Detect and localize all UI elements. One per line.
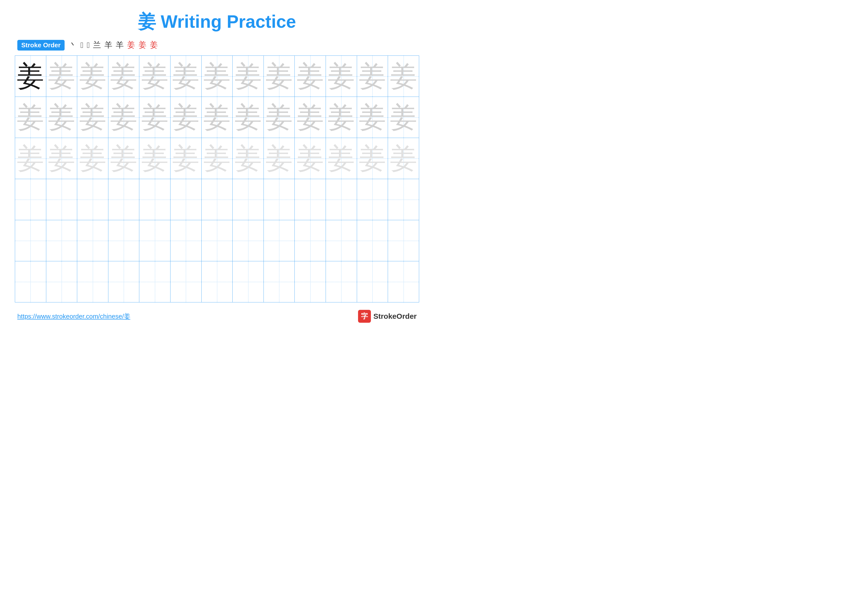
grid-cell-1-6[interactable]: 姜 [170,56,202,96]
grid-cell-2-12[interactable]: 姜 [357,97,388,138]
char-display: 姜 [390,63,417,90]
grid-cell-5-11[interactable] [326,220,357,261]
grid-cell-5-3[interactable] [77,220,108,261]
grid-cell-1-2[interactable]: 姜 [46,56,78,96]
grid-cell-4-6[interactable] [170,179,202,220]
grid-cell-4-12[interactable] [357,179,388,220]
grid-cell-1-11[interactable]: 姜 [326,56,357,96]
grid-cell-6-7[interactable] [202,261,233,302]
grid-cell-6-2[interactable] [46,261,78,302]
grid-cell-1-1[interactable]: 姜 [15,56,46,96]
footer-logo: 字 StrokeOrder [358,310,417,323]
grid-cell-4-10[interactable] [295,179,326,220]
grid-cell-4-1[interactable] [15,179,46,220]
grid-cell-4-5[interactable] [139,179,170,220]
grid-cell-6-13[interactable] [388,261,419,302]
grid-cell-5-5[interactable] [139,220,170,261]
grid-cell-3-1[interactable]: 姜 [15,138,46,179]
grid-cell-6-6[interactable] [170,261,202,302]
char-display: 姜 [359,145,386,172]
grid-cell-3-6[interactable]: 姜 [170,138,202,179]
grid-cell-6-8[interactable] [232,261,264,302]
stroke-step-9: 姜 [150,40,158,51]
grid-cell-5-2[interactable] [46,220,78,261]
char-display: 姜 [234,145,262,172]
grid-cell-2-5[interactable]: 姜 [139,97,170,138]
grid-cell-4-9[interactable] [264,179,295,220]
grid-cell-3-12[interactable]: 姜 [357,138,388,179]
grid-cell-3-13[interactable]: 姜 [388,138,419,179]
grid-cell-4-13[interactable] [388,179,419,220]
grid-cell-2-10[interactable]: 姜 [295,97,326,138]
grid-cell-2-6[interactable]: 姜 [170,97,202,138]
grid-cell-6-12[interactable] [357,261,388,302]
grid-cell-3-10[interactable]: 姜 [295,138,326,179]
grid-cell-1-9[interactable]: 姜 [264,56,295,96]
grid-cell-6-9[interactable] [264,261,295,302]
char-display: 姜 [17,104,44,131]
grid-cell-4-3[interactable] [77,179,108,220]
grid-cell-6-1[interactable] [15,261,46,302]
grid-cell-1-4[interactable]: 姜 [108,56,140,96]
grid-cell-3-7[interactable]: 姜 [202,138,233,179]
grid-cell-2-3[interactable]: 姜 [77,97,108,138]
grid-cell-5-8[interactable] [232,220,264,261]
stroke-step-4: 兰 [93,40,101,51]
grid-cell-2-7[interactable]: 姜 [202,97,233,138]
grid-cell-3-11[interactable]: 姜 [326,138,357,179]
grid-cell-5-12[interactable] [357,220,388,261]
grid-cell-1-12[interactable]: 姜 [357,56,388,96]
grid-cell-1-10[interactable]: 姜 [295,56,326,96]
grid-cell-2-1[interactable]: 姜 [15,97,46,138]
stroke-order-section: Stroke Order 丶 𠃌 𠄌 兰 羊 羊 姜 姜 姜 [15,40,419,51]
grid-cell-4-7[interactable] [202,179,233,220]
char-display: 姜 [328,63,355,90]
grid-cell-3-3[interactable]: 姜 [77,138,108,179]
grid-cell-5-13[interactable] [388,220,419,261]
grid-row-6 [15,261,419,302]
grid-cell-3-2[interactable]: 姜 [46,138,78,179]
grid-cell-5-10[interactable] [295,220,326,261]
grid-cell-6-3[interactable] [77,261,108,302]
grid-cell-4-11[interactable] [326,179,357,220]
grid-cell-1-8[interactable]: 姜 [232,56,264,96]
grid-cell-3-5[interactable]: 姜 [139,138,170,179]
stroke-steps: 丶 𠃌 𠄌 兰 羊 羊 姜 姜 姜 [69,40,158,51]
char-display: 姜 [141,145,169,172]
grid-cell-3-9[interactable]: 姜 [264,138,295,179]
grid-cell-4-4[interactable] [108,179,140,220]
grid-row-4 [15,179,419,220]
grid-cell-4-2[interactable] [46,179,78,220]
char-display: 姜 [297,63,324,90]
char-display: 姜 [141,63,169,90]
footer-url[interactable]: https://www.strokeorder.com/chinese/姜 [17,312,130,321]
stroke-step-1: 丶 [69,40,77,51]
grid-cell-1-3[interactable]: 姜 [77,56,108,96]
grid-cell-2-13[interactable]: 姜 [388,97,419,138]
char-display: 姜 [234,104,262,131]
grid-cell-2-11[interactable]: 姜 [326,97,357,138]
grid-cell-6-10[interactable] [295,261,326,302]
grid-cell-5-1[interactable] [15,220,46,261]
grid-cell-5-7[interactable] [202,220,233,261]
grid-cell-2-4[interactable]: 姜 [108,97,140,138]
stroke-step-3: 𠄌 [87,40,90,50]
grid-cell-2-2[interactable]: 姜 [46,97,78,138]
grid-cell-6-4[interactable] [108,261,140,302]
grid-cell-5-4[interactable] [108,220,140,261]
grid-cell-6-5[interactable] [139,261,170,302]
char-display: 姜 [328,104,355,131]
grid-cell-2-9[interactable]: 姜 [264,97,295,138]
grid-cell-4-8[interactable] [232,179,264,220]
grid-cell-5-9[interactable] [264,220,295,261]
grid-cell-1-7[interactable]: 姜 [202,56,233,96]
grid-cell-6-11[interactable] [326,261,357,302]
grid-cell-5-6[interactable] [170,220,202,261]
grid-cell-3-4[interactable]: 姜 [108,138,140,179]
char-display: 姜 [110,104,137,131]
grid-cell-1-5[interactable]: 姜 [139,56,170,96]
char-display: 姜 [297,145,324,172]
grid-cell-1-13[interactable]: 姜 [388,56,419,96]
grid-cell-3-8[interactable]: 姜 [232,138,264,179]
grid-cell-2-8[interactable]: 姜 [232,97,264,138]
